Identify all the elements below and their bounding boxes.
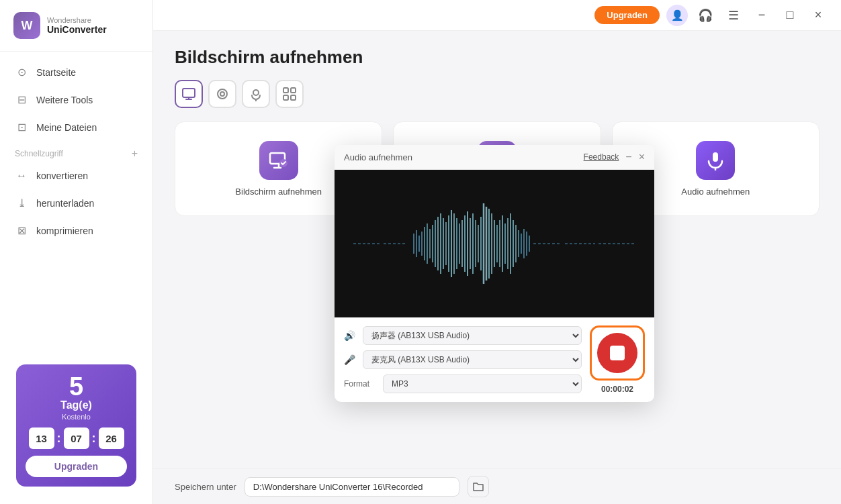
svg-point-1 <box>218 89 227 99</box>
list-icon[interactable]: ☰ <box>723 5 744 26</box>
svg-rect-6 <box>291 88 296 93</box>
compress-icon: ⊠ <box>15 224 28 237</box>
timer-sep-1: : <box>57 432 61 446</box>
format-label: Format <box>344 379 378 389</box>
svg-rect-8 <box>291 95 296 100</box>
app-logo-icon: W <box>13 12 40 39</box>
topbar: Upgraden 👤 🎧 ☰ − □ × <box>153 0 841 31</box>
dialog-window-controls: Feedback − × <box>584 152 645 162</box>
sidebar-item-weitere-tools[interactable]: ⊟ Weitere Tools <box>0 86 152 113</box>
tab-apps[interactable] <box>275 80 304 108</box>
svg-rect-15 <box>713 152 718 162</box>
feedback-link[interactable]: Feedback <box>584 152 619 162</box>
logo-area: W Wondershare UniConverter <box>0 0 152 52</box>
stop-record-button[interactable] <box>590 325 645 381</box>
sidebar-item-meine-dateien[interactable]: ⊡ Meine Dateien <box>0 113 152 141</box>
speaker-setting-row: 🔊 扬声器 (AB13X USB Audio) <box>344 326 582 345</box>
page-content: Bildschirm aufnehmen Bildschirm aufne <box>153 31 841 468</box>
mic-select[interactable]: 麦克风 (AB13X USB Audio) <box>363 350 582 369</box>
trial-section: 5 Tag(e) Kostenlo 13 : 07 : 26 Upgraden <box>7 354 146 497</box>
stop-icon <box>610 346 625 360</box>
maximize-icon[interactable]: □ <box>779 5 801 26</box>
dialog-title: Audio aufnehmen <box>344 152 412 162</box>
timer-minutes: 07 <box>64 427 89 449</box>
close-icon[interactable]: × <box>807 5 829 26</box>
trial-number: 5 <box>26 374 127 399</box>
home-icon: ⊙ <box>15 66 28 79</box>
svg-point-3 <box>253 90 259 95</box>
logo-product: UniConverter <box>47 24 107 35</box>
download-icon: ⤓ <box>15 197 28 209</box>
sidebar-nav: ⊙ Startseite ⊟ Weitere Tools ⊡ Meine Dat… <box>0 52 152 354</box>
tab-camera[interactable] <box>208 80 236 108</box>
minimize-icon[interactable]: − <box>751 5 772 26</box>
sidebar-item-label: Startseite <box>36 67 76 78</box>
trial-sub: Kostenlo <box>26 413 127 421</box>
audio-dialog: Audio aufnehmen Feedback − × <box>335 145 654 402</box>
dialog-controls-area: 🔊 扬声器 (AB13X USB Audio) 🎤 麦克风 (AB13X USB… <box>335 317 654 402</box>
bottom-bar: Speichern unter <box>153 468 841 504</box>
dialog-titlebar: Audio aufnehmen Feedback − × <box>335 145 654 170</box>
format-select[interactable]: MP3 <box>383 374 582 393</box>
tab-audio[interactable] <box>242 80 270 108</box>
sidebar: W Wondershare UniConverter ⊙ Startseite … <box>0 0 153 504</box>
sidebar-item-label: herunterladen <box>36 198 94 209</box>
waveform-svg <box>340 177 649 311</box>
sidebar-item-herunterladen[interactable]: ⤓ herunterladen <box>0 189 152 217</box>
svg-rect-5 <box>283 88 288 93</box>
logo-text: Wondershare UniConverter <box>47 16 107 35</box>
svg-point-2 <box>220 92 224 96</box>
trial-label: Tag(e) <box>26 399 127 411</box>
quick-access-label: Schnellzugriff <box>15 149 63 158</box>
quick-access-section: Schnellzugriff + <box>0 141 152 162</box>
dialog-close-button[interactable]: × <box>639 152 645 162</box>
user-avatar[interactable]: 👤 <box>666 5 688 26</box>
headset-icon[interactable]: 🎧 <box>695 5 716 26</box>
dialog-minimize-button[interactable]: − <box>625 152 631 162</box>
timer-seconds: 26 <box>99 427 124 449</box>
card-label-bildschirm: Bildschirm aufnehmen <box>235 187 322 197</box>
files-icon: ⊡ <box>15 121 28 134</box>
speaker-icon: 🔊 <box>344 330 357 341</box>
tools-icon: ⊟ <box>15 93 28 106</box>
waveform-display <box>335 170 654 317</box>
audio-icon <box>696 141 735 180</box>
card-label-audio: Audio aufnehmen <box>681 187 750 197</box>
sidebar-item-konvertieren[interactable]: ↔ konvertieren <box>0 162 152 189</box>
sidebar-item-startseite[interactable]: ⊙ Startseite <box>0 58 152 86</box>
add-quick-access-button[interactable]: + <box>132 148 138 160</box>
trial-card: 5 Tag(e) Kostenlo 13 : 07 : 26 Upgraden <box>16 364 136 487</box>
svg-rect-0 <box>183 89 195 97</box>
timer-hours: 13 <box>29 427 54 449</box>
save-path-input[interactable] <box>245 477 459 497</box>
sidebar-item-label: Meine Dateien <box>36 122 97 133</box>
format-setting-row: Format MP3 <box>344 374 582 393</box>
mic-setting-row: 🎤 麦克风 (AB13X USB Audio) <box>344 350 582 369</box>
svg-rect-7 <box>283 95 288 100</box>
record-button-area: 00:00:02 <box>590 325 645 394</box>
record-tabs <box>175 80 820 108</box>
main-content: Upgraden 👤 🎧 ☰ − □ × Bildschirm aufnehme… <box>153 0 841 504</box>
save-path-label: Speichern unter <box>175 482 236 492</box>
sidebar-item-label: Weitere Tools <box>36 95 93 105</box>
sidebar-item-label: komprimieren <box>36 225 93 236</box>
upgrade-button[interactable]: Upgraden <box>594 6 660 24</box>
timer-sep-2: : <box>92 432 96 446</box>
sidebar-upgrade-button[interactable]: Upgraden <box>26 456 127 477</box>
record-timer: 00:00:02 <box>601 385 633 394</box>
trial-timer: 13 : 07 : 26 <box>26 427 127 449</box>
browse-folder-button[interactable] <box>468 476 489 497</box>
sidebar-item-label: konvertieren <box>36 170 88 181</box>
page-title: Bildschirm aufnehmen <box>175 47 820 68</box>
dialog-settings: 🔊 扬声器 (AB13X USB Audio) 🎤 麦克风 (AB13X USB… <box>344 326 582 393</box>
bildschirm-icon <box>259 141 298 180</box>
tab-screen[interactable] <box>175 80 203 108</box>
record-inner <box>597 333 637 373</box>
sidebar-item-komprimieren[interactable]: ⊠ komprimieren <box>0 217 152 244</box>
convert-icon: ↔ <box>15 170 28 182</box>
speaker-select[interactable]: 扬声器 (AB13X USB Audio) <box>363 326 582 345</box>
logo-brand: Wondershare <box>47 16 107 24</box>
mic-icon: 🎤 <box>344 354 357 365</box>
